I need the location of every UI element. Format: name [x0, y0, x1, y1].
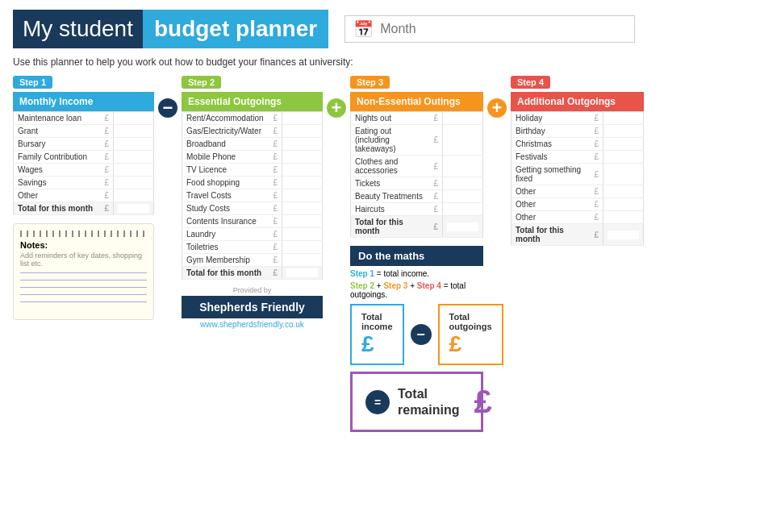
row-value[interactable] [282, 202, 323, 215]
row-value[interactable] [282, 164, 323, 177]
total-outgoings-label: Totaloutgoings [449, 312, 492, 331]
row-value[interactable] [282, 189, 323, 202]
row-value[interactable] [114, 164, 154, 177]
row-label: Wages [14, 164, 101, 177]
row-label: Christmas [512, 138, 591, 151]
row-currency: £ [590, 164, 603, 185]
do-maths-section: Do the maths Step 1 = total income. Step… [350, 246, 483, 432]
total-outgoings-pound: £ [449, 331, 492, 357]
table-row: Contents Insurance £ [182, 215, 323, 228]
notes-line-1 [20, 272, 147, 273]
row-currency: £ [590, 138, 603, 151]
row-currency: £ [269, 241, 282, 254]
notes-line-5 [20, 301, 147, 302]
step3-table: Nights out £ Eating out (including takea… [350, 111, 483, 238]
row-value[interactable] [282, 254, 323, 267]
step3-total-label: Total for this month [351, 216, 430, 238]
equals-sign: = [365, 390, 390, 414]
month-input-container[interactable]: 📅 [345, 15, 635, 43]
row-value[interactable] [282, 125, 323, 138]
row-label: Food shopping [182, 177, 269, 189]
step3-total-value[interactable] [443, 216, 483, 238]
row-value[interactable] [282, 215, 323, 228]
shepherds-name[interactable]: Shepherds Friendly [182, 296, 323, 318]
step2-total-value[interactable] [282, 267, 323, 280]
row-label: TV Licence [182, 164, 269, 177]
row-value[interactable] [443, 203, 483, 216]
row-value[interactable] [114, 112, 154, 125]
table-row: Tickets £ [351, 177, 483, 190]
total-outgoings-box[interactable]: Totaloutgoings £ [438, 304, 503, 365]
notes-subtitle: Add reminders of key dates, shopping lis… [20, 251, 147, 268]
row-value[interactable] [282, 112, 323, 125]
step3-block: Step 3 Non-Essential Outings Nights out … [350, 76, 483, 432]
table-row: Study Costs £ [182, 202, 323, 215]
main-row: Step 1 Monthly Income Maintenance loan £… [13, 76, 747, 432]
row-value[interactable] [282, 151, 323, 164]
step4-total-row: Total for this month £ [512, 224, 644, 246]
maths-plus2: + [407, 281, 416, 290]
row-label: Maintenance loan [14, 112, 101, 125]
total-income-box[interactable]: Totalincome £ [350, 304, 404, 365]
step1-title: Monthly Income [13, 92, 154, 111]
row-label: Other [14, 189, 101, 202]
row-value[interactable] [603, 185, 644, 198]
row-label: Mobile Phone [182, 151, 269, 164]
row-currency: £ [100, 164, 113, 177]
row-currency: £ [269, 164, 282, 177]
row-value[interactable] [603, 198, 644, 211]
row-value[interactable] [114, 151, 154, 164]
row-value[interactable] [282, 241, 323, 254]
row-value[interactable] [443, 156, 483, 177]
row-label: Savings [14, 177, 101, 189]
table-row: Birthday £ [512, 125, 644, 138]
calendar-icon: 📅 [353, 19, 374, 39]
step1-total-value[interactable] [114, 202, 154, 215]
row-currency: £ [100, 125, 113, 138]
row-value[interactable] [114, 189, 154, 202]
title-left: My student [13, 10, 143, 48]
table-row: Christmas £ [512, 138, 644, 151]
row-currency: £ [100, 189, 113, 202]
table-row: Family Contribution £ [14, 151, 154, 164]
row-value[interactable] [603, 211, 644, 224]
step3-total-currency: £ [429, 216, 442, 238]
row-value[interactable] [443, 190, 483, 203]
row-value[interactable] [443, 125, 483, 156]
table-row: Mobile Phone £ [182, 151, 323, 164]
step4-total-value[interactable] [603, 224, 644, 246]
row-value[interactable] [282, 177, 323, 189]
table-row: Gym Membership £ [182, 254, 323, 267]
row-currency: £ [429, 190, 442, 203]
subtitle: Use this planner to help you work out ho… [13, 56, 747, 68]
table-row: Other £ [14, 189, 154, 202]
notes-spiral [20, 231, 147, 237]
row-label: Other [512, 211, 591, 224]
row-value[interactable] [603, 164, 644, 185]
maths-step1-ref: Step 1 [350, 269, 374, 278]
row-value[interactable] [603, 138, 644, 151]
step1-total-currency: £ [100, 202, 113, 215]
step3-label: Step 3 [350, 76, 390, 89]
row-label: Family Contribution [14, 151, 101, 164]
total-remaining-box[interactable]: = Total remaining £ [350, 372, 483, 432]
row-value[interactable] [282, 138, 323, 151]
do-maths-title: Do the maths [350, 246, 483, 266]
notes-title: Notes: [20, 240, 147, 250]
row-value[interactable] [114, 138, 154, 151]
row-value[interactable] [603, 112, 644, 125]
row-value[interactable] [603, 125, 644, 138]
row-value[interactable] [443, 177, 483, 190]
row-value[interactable] [114, 125, 154, 138]
row-value[interactable] [603, 151, 644, 164]
row-label: Beauty Treatments [351, 190, 430, 203]
step2-total-row: Total for this month £ [182, 267, 323, 280]
row-currency: £ [100, 138, 113, 151]
step1-block: Step 1 Monthly Income Maintenance loan £… [13, 76, 154, 320]
month-input[interactable] [380, 22, 626, 36]
row-value[interactable] [443, 112, 483, 125]
row-currency: £ [269, 125, 282, 138]
row-value[interactable] [282, 228, 323, 241]
row-value[interactable] [114, 177, 154, 189]
shepherds-url[interactable]: www.shepherdsfriendly.co.uk [182, 320, 323, 329]
